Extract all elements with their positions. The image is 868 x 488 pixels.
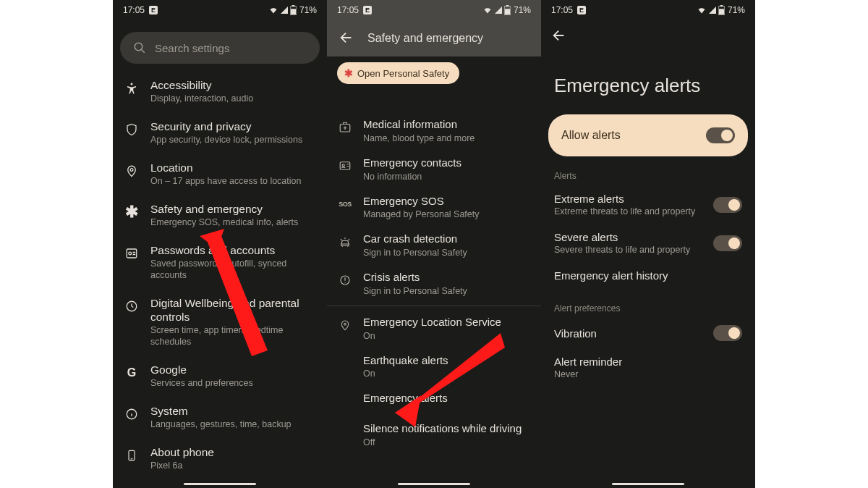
svg-rect-24 bbox=[720, 5, 723, 7]
wifi-icon bbox=[482, 6, 493, 14]
section-preferences: Alert preferences bbox=[541, 289, 755, 318]
settings-item-sub: Saved passwords, autofill, synced accoun… bbox=[150, 258, 315, 281]
status-time: 17:05 bbox=[337, 5, 359, 15]
status-bar: 17:05 E 71% bbox=[541, 0, 755, 20]
tutorial-composite: 17:05 E 71% Search settings Accessibilit… bbox=[0, 0, 868, 488]
settings-item-safety-emergency[interactable]: ✱ Safety and emergencyEmergency SOS, med… bbox=[116, 195, 324, 236]
row-emergency-alert-history[interactable]: Emergency alert history bbox=[541, 262, 755, 289]
settings-item-title: Accessibility bbox=[150, 78, 253, 92]
info-icon bbox=[123, 405, 140, 423]
status-time: 17:05 bbox=[123, 5, 145, 15]
settings-item-security-privacy[interactable]: Security and privacyApp security, device… bbox=[116, 112, 324, 153]
settings-item-title: Digital Wellbeing and parental controls bbox=[150, 296, 315, 324]
settings-item-digital-wellbeing[interactable]: Digital Wellbeing and parental controlsS… bbox=[116, 289, 324, 356]
settings-item-title: About phone bbox=[150, 445, 214, 459]
google-icon: G bbox=[123, 364, 140, 382]
page-title: Safety and emergency bbox=[367, 32, 483, 45]
arrow-left-icon bbox=[551, 28, 567, 43]
settings-item-sub: On – 17 apps have access to location bbox=[150, 176, 301, 188]
row-title: Silence notifications while driving bbox=[363, 422, 522, 436]
row-vibration[interactable]: Vibration bbox=[541, 318, 755, 348]
settings-item-location[interactable]: LocationOn – 17 apps have access to loca… bbox=[116, 153, 324, 195]
row-crisis-alerts[interactable]: Crisis alertsSign in to Personal Safety bbox=[327, 264, 541, 303]
row-severe-alerts[interactable]: Severe alertsSevere threats to life and … bbox=[541, 224, 755, 262]
row-title: Severe alerts bbox=[554, 231, 690, 243]
phone-settings: 17:05 E 71% Search settings Accessibilit… bbox=[113, 0, 327, 488]
prefs-list: Vibration Alert reminderNever bbox=[541, 318, 755, 387]
open-personal-safety-chip[interactable]: ✱ Open Personal Safety bbox=[337, 62, 459, 84]
row-silence-while-driving[interactable]: Silence notifications while drivingOff bbox=[327, 416, 541, 454]
settings-item-title: Security and privacy bbox=[150, 119, 302, 133]
settings-item-system[interactable]: SystemLanguages, gestures, time, backup bbox=[116, 397, 324, 438]
row-extreme-alerts[interactable]: Extreme alertsExtreme threats to life an… bbox=[541, 185, 755, 224]
vibration-toggle[interactable] bbox=[713, 325, 742, 341]
contact-card-icon bbox=[337, 158, 353, 174]
settings-item-sub: Services and preferences bbox=[150, 378, 253, 390]
settings-item-passwords-accounts[interactable]: Passwords and accountsSaved passwords, a… bbox=[116, 236, 324, 289]
settings-item-sub: Emergency SOS, medical info, alerts bbox=[150, 217, 298, 229]
settings-item-title: Passwords and accounts bbox=[150, 243, 315, 257]
chip-label: Open Personal Safety bbox=[357, 68, 449, 79]
settings-item-title: Safety and emergency bbox=[150, 202, 298, 216]
row-medical-information[interactable]: Medical informationName, blood type and … bbox=[327, 112, 541, 150]
row-sub: Never bbox=[554, 369, 622, 379]
row-emergency-alerts[interactable]: Emergency alerts bbox=[327, 385, 541, 416]
row-alert-reminder[interactable]: Alert reminderNever bbox=[541, 348, 755, 387]
settings-item-accessibility[interactable]: AccessibilityDisplay, interaction, audio bbox=[116, 71, 324, 112]
notification-icon: E bbox=[149, 6, 158, 14]
row-car-crash[interactable]: Car crash detectionSign in to Personal S… bbox=[327, 226, 541, 264]
account-icon bbox=[123, 245, 140, 262]
svg-line-4 bbox=[141, 49, 145, 53]
wifi-icon bbox=[268, 6, 278, 14]
svg-rect-2 bbox=[291, 9, 296, 14]
row-sub: On bbox=[363, 369, 448, 379]
row-title: Crisis alerts bbox=[363, 271, 467, 285]
row-title: Earthquake alerts bbox=[363, 354, 448, 368]
svg-rect-1 bbox=[292, 5, 295, 7]
row-emergency-contacts[interactable]: Emergency contactsNo information bbox=[327, 150, 541, 188]
safety-list[interactable]: Medical informationName, blood type and … bbox=[327, 20, 541, 454]
severe-alerts-toggle[interactable] bbox=[713, 235, 742, 251]
battery-icon bbox=[504, 5, 511, 15]
nav-indicator bbox=[612, 483, 684, 485]
notification-icon: E bbox=[363, 6, 372, 14]
settings-item-about-phone[interactable]: About phonePixel 6a bbox=[116, 438, 324, 479]
allow-alerts-toggle[interactable] bbox=[706, 127, 735, 143]
row-title: Emergency Location Service bbox=[363, 316, 501, 329]
extreme-alerts-toggle[interactable] bbox=[713, 197, 742, 213]
location-icon bbox=[123, 162, 140, 180]
settings-list[interactable]: AccessibilityDisplay, interaction, audio… bbox=[113, 71, 327, 479]
row-sub: Name, blood type and more bbox=[363, 133, 475, 143]
allow-alerts-label: Allow alerts bbox=[561, 129, 621, 142]
search-input[interactable]: Search settings bbox=[120, 32, 320, 64]
row-sub: Severe threats to life and property bbox=[554, 245, 690, 255]
row-earthquake-alerts[interactable]: Earthquake alertsOn bbox=[327, 348, 541, 386]
svg-rect-25 bbox=[719, 9, 724, 14]
status-bar: 17:05 E 71% bbox=[113, 0, 327, 20]
page-title: Emergency alerts bbox=[541, 46, 755, 114]
asterisk-icon: ✱ bbox=[123, 203, 140, 221]
row-sub: Managed by Personal Safety bbox=[363, 209, 480, 219]
row-sub: Sign in to Personal Safety bbox=[363, 286, 467, 296]
accessibility-icon bbox=[123, 80, 140, 97]
wellbeing-icon bbox=[123, 298, 140, 315]
battery-icon bbox=[290, 5, 297, 15]
row-title: Vibration bbox=[554, 327, 597, 340]
settings-item-title: System bbox=[150, 404, 292, 418]
medical-card-icon bbox=[337, 119, 353, 135]
page-header bbox=[541, 20, 755, 46]
settings-item-google[interactable]: G GoogleServices and preferences bbox=[116, 356, 324, 397]
row-title: Medical information bbox=[363, 118, 475, 132]
back-button[interactable] bbox=[551, 28, 567, 46]
row-title: Car crash detection bbox=[363, 232, 467, 246]
back-button[interactable] bbox=[339, 30, 354, 48]
phone-emergency-alerts: 17:05 E 71% Emergency alerts Allow alert… bbox=[541, 0, 755, 488]
row-emergency-location-service[interactable]: Emergency Location ServiceOn bbox=[327, 309, 541, 348]
svg-point-8 bbox=[129, 252, 132, 255]
battery-percent: 71% bbox=[514, 5, 531, 15]
svg-point-6 bbox=[130, 169, 133, 172]
svg-point-3 bbox=[135, 43, 142, 51]
row-emergency-sos[interactable]: SOS Emergency SOSManaged by Personal Saf… bbox=[327, 188, 541, 227]
allow-alerts-card[interactable]: Allow alerts bbox=[548, 114, 748, 156]
svg-rect-17 bbox=[505, 9, 510, 14]
